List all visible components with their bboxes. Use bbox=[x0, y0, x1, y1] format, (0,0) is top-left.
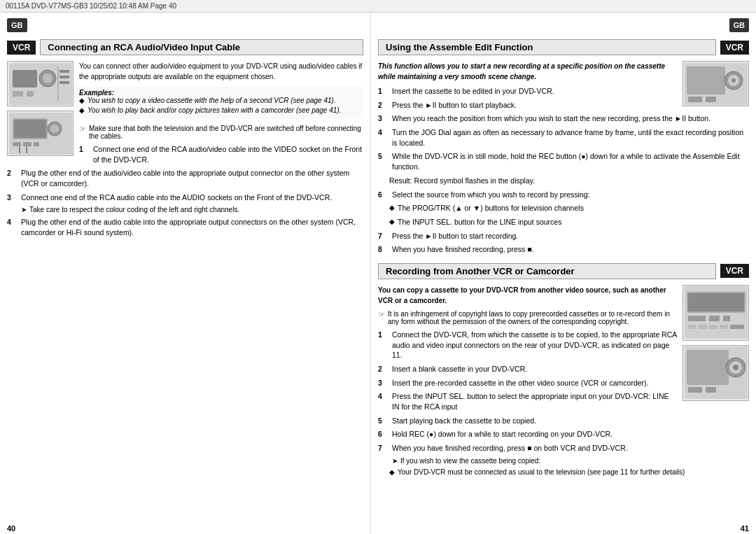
gb-badge-right: GB bbox=[729, 18, 750, 32]
gb-badge-left: GB bbox=[7, 18, 27, 32]
right-section2-title: Recording from Another VCR or Camcorder bbox=[378, 263, 716, 279]
left-page: GB VCR Connecting an RCA Audio/Video Inp… bbox=[0, 13, 371, 534]
svg-rect-44 bbox=[706, 387, 716, 393]
svg-point-14 bbox=[50, 125, 59, 133]
svg-rect-37 bbox=[730, 325, 744, 329]
device-image-top bbox=[7, 61, 74, 106]
svg-rect-29 bbox=[688, 293, 744, 311]
left-device-images bbox=[7, 61, 74, 156]
svg-rect-34 bbox=[699, 325, 707, 329]
tip-icon: ☞ bbox=[79, 125, 86, 134]
step-2-text: Plug the other end of the audio/video ca… bbox=[21, 168, 363, 188]
section2-arrow-sub: ◆ Your DVD-VCR must be connected as usua… bbox=[389, 468, 749, 476]
right-device-image-3 bbox=[682, 345, 749, 401]
svg-rect-16 bbox=[23, 142, 31, 146]
right-section1-title: Using the Assemble Edit Function bbox=[378, 39, 716, 55]
svg-rect-17 bbox=[34, 142, 39, 146]
r2-step-1: 1 Connect the DVD-VCR, from which the ca… bbox=[378, 330, 677, 360]
steps-list-2: 4 Plug the other end of the audio cable … bbox=[7, 217, 363, 237]
left-content-area: You can connect other audio/video equipm… bbox=[7, 61, 363, 241]
page-header: 00115A DVD-V77MS-GB3 10/25/02 10:48 AM P… bbox=[0, 0, 756, 13]
svg-rect-7 bbox=[59, 70, 69, 73]
example-1-text: You wish to copy a video cassette with t… bbox=[88, 97, 336, 104]
r2-step-2: 2 Insert a blank cassette in your DVD-VC… bbox=[378, 364, 677, 374]
r-step-8-text: When you have finished recording, press … bbox=[392, 244, 749, 255]
r2-step-4: 4 Press the INPUT SEL. button to select … bbox=[378, 391, 677, 412]
r-step-6b: ◆ The INPUT SEL. button for the LINE inp… bbox=[389, 217, 749, 227]
svg-rect-12 bbox=[14, 120, 46, 138]
right-page: GB Using the Assemble Edit Function VCR bbox=[371, 13, 756, 534]
right-section1-header: Using the Assemble Edit Function VCR bbox=[378, 39, 749, 55]
page-number-40: 40 bbox=[7, 524, 15, 533]
r2-step-7: 7 When you have finished recording, pres… bbox=[378, 443, 749, 454]
right-device-images-bottom bbox=[682, 285, 749, 401]
r-step-1-text: Insert the cassette to be edited in your… bbox=[392, 86, 677, 97]
r2-step-1-text: Connect the DVD-VCR, from which the cass… bbox=[392, 330, 677, 360]
r-step-4-text: Turn the JOG Dial again as often as nece… bbox=[392, 127, 749, 148]
r-step-6a: ◆ The PROG/TRK (▲ or ▼) buttons for tele… bbox=[389, 203, 749, 213]
svg-rect-31 bbox=[709, 316, 720, 321]
section2-arrow-text: If you wish to view the cassette being c… bbox=[400, 457, 540, 465]
svg-rect-26 bbox=[706, 97, 716, 102]
r-step-8: 8 When you have finished recording, pres… bbox=[378, 244, 749, 255]
header-text: 00115A DVD-V77MS-GB3 10/25/02 10:48 AM P… bbox=[6, 2, 176, 10]
right-device-images-top bbox=[682, 61, 749, 106]
r-step-3-text: When you reach the position from which y… bbox=[392, 113, 749, 124]
svg-rect-4 bbox=[13, 91, 23, 97]
step-1: 1 Connect one end of the RCA audio/video… bbox=[79, 144, 363, 164]
arrow-note-text: Take care to respect the colour coding o… bbox=[29, 206, 239, 213]
tip-line: ☞ Make sure that both the television and… bbox=[79, 125, 363, 140]
svg-rect-33 bbox=[688, 325, 696, 329]
right-device-image-2 bbox=[682, 285, 749, 341]
device-image-bottom bbox=[7, 111, 74, 156]
right-section2-header: Recording from Another VCR or Camcorder … bbox=[378, 263, 749, 279]
section2-arrow-note: ➤ If you wish to view the cassette being… bbox=[392, 457, 749, 465]
svg-rect-35 bbox=[709, 325, 718, 329]
svg-rect-32 bbox=[723, 316, 730, 321]
r-step-3: 3 When you reach the position from which… bbox=[378, 113, 749, 124]
r2-step-6-text: Hold REC (●) down for a while to start r… bbox=[392, 429, 749, 440]
svg-rect-9 bbox=[59, 81, 69, 84]
vcr-badge-right-1: VCR bbox=[720, 41, 749, 55]
r-step-5-text: While the DVD-VCR is in still mode, hold… bbox=[392, 151, 749, 171]
svg-rect-1 bbox=[13, 70, 37, 87]
svg-point-24 bbox=[732, 78, 736, 83]
example-2-text: You wish to play back and/or copy pictur… bbox=[88, 106, 341, 114]
r2-step-5-text: Start playing back the cassette to be co… bbox=[392, 416, 749, 426]
diamond-6a: ◆ bbox=[389, 203, 395, 213]
r-step-5-result: Result: Record symbol flashes in the dis… bbox=[389, 176, 749, 186]
section2-tip-text: It is an infringement of copyright laws … bbox=[388, 310, 677, 325]
svg-rect-15 bbox=[13, 142, 21, 146]
r-step-6-text: Select the source from which you wish to… bbox=[392, 190, 749, 200]
section2-content: You can copy a cassette to your DVD-VCR … bbox=[378, 285, 749, 476]
diamond-icon-2: ◆ bbox=[79, 106, 85, 114]
r-step-6: 6 Select the source from which you wish … bbox=[378, 190, 749, 200]
r2-step-2-text: Insert a blank cassette in your DVD-VCR. bbox=[392, 364, 677, 374]
diamond-sub: ◆ bbox=[389, 468, 395, 476]
svg-point-42 bbox=[733, 365, 738, 370]
page-container: GB VCR Connecting an RCA Audio/Video Inp… bbox=[0, 13, 756, 534]
diamond-6b: ◆ bbox=[389, 217, 395, 227]
examples-label: Examples: bbox=[79, 89, 114, 97]
section2-tip: ☞ It is an infringement of copyright law… bbox=[378, 310, 677, 325]
r-step-1: 1 Insert the cassette to be edited in yo… bbox=[378, 86, 677, 97]
step-3-text: Connect one end of the RCA audio cable i… bbox=[21, 192, 363, 203]
step-3: 3 Connect one end of the RCA audio cable… bbox=[7, 192, 363, 203]
svg-rect-30 bbox=[688, 316, 706, 321]
svg-point-3 bbox=[43, 73, 52, 83]
diamond-icon-1: ◆ bbox=[79, 97, 85, 104]
r2-step-6: 6 Hold REC (●) down for a while to start… bbox=[378, 429, 749, 440]
vcr-badge-right-2: VCR bbox=[720, 264, 749, 278]
svg-rect-8 bbox=[59, 76, 69, 78]
step-4: 4 Plug the other end of the audio cable … bbox=[7, 217, 363, 237]
intro-text-content: You can connect other audio/video equipm… bbox=[79, 62, 362, 80]
left-section-header: VCR Connecting an RCA Audio/Video Input … bbox=[7, 39, 363, 55]
r-step-6b-text: The INPUT SEL. button for the LINE input… bbox=[398, 217, 749, 227]
arrow-icon: ➤ bbox=[21, 206, 27, 213]
example-2: ◆ You wish to play back and/or copy pict… bbox=[79, 106, 359, 114]
r-step-2-text: Press the ►II button to start playback. bbox=[392, 100, 677, 111]
svg-rect-25 bbox=[688, 97, 702, 102]
r-step-4: 4 Turn the JOG Dial again as often as ne… bbox=[378, 127, 749, 148]
r-step-7: 7 Press the ►II button to start recordin… bbox=[378, 231, 749, 241]
step-1-text: Connect one end of the RCA audio/video c… bbox=[93, 144, 363, 164]
